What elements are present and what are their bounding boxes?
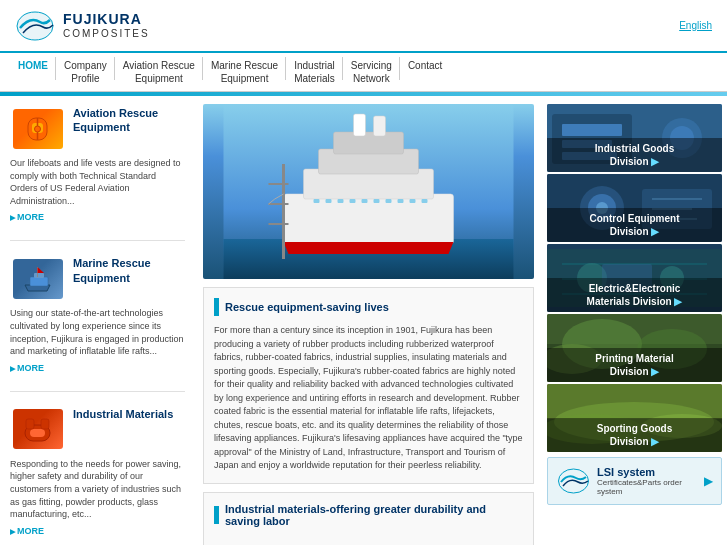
svg-rect-6 [34, 273, 44, 278]
panel-industrial-goods[interactable]: Industrial GoodsDivision ▶ [547, 104, 722, 172]
nav-marine-link[interactable]: Marine RescueEquipment [203, 53, 286, 91]
lsi-arrow: ▶ [704, 474, 713, 488]
rescue-section-title: Rescue equipment-saving lives [225, 301, 389, 313]
logo-composites: COMPOSITES [63, 28, 150, 39]
panel-sporting-overlay: Sporting GoodsDivision ▶ [547, 418, 722, 452]
industrial-section-title: Industrial materials-offering greater du… [225, 503, 523, 527]
svg-rect-26 [386, 199, 392, 203]
svg-rect-20 [314, 199, 320, 203]
svg-rect-19 [374, 116, 386, 136]
svg-rect-22 [338, 199, 344, 203]
svg-rect-28 [410, 199, 416, 203]
nav-home[interactable]: HOME [10, 53, 56, 91]
aviation-image [10, 106, 65, 151]
main-banner-image [203, 104, 534, 279]
panel-industrial-goods-title: Industrial GoodsDivision ▶ [553, 142, 716, 168]
svg-rect-10 [26, 419, 34, 429]
industrial-section: Industrial materials-offering greater du… [203, 492, 534, 546]
panel-arrow-5: ▶ [651, 436, 659, 447]
lsi-text: LSI system Certificates&Parts order syst… [597, 466, 698, 496]
nav-marine[interactable]: Marine RescueEquipment [203, 53, 286, 91]
panel-arrow-1: ▶ [651, 156, 659, 167]
lsi-subtitle: Certificates&Parts order system [597, 478, 698, 496]
nav-company-link[interactable]: CompanyProfile [56, 53, 115, 91]
product-marine-header: Marine Rescue Equipment [10, 256, 185, 301]
svg-rect-36 [562, 124, 622, 136]
lsi-title: LSI system [597, 466, 698, 478]
product-marine: Marine Rescue Equipment Using our state-… [10, 256, 185, 372]
industrial-desc: Responding to the needs for power saving… [10, 458, 185, 521]
logo-fujikura: FUJIKURA [63, 12, 150, 27]
rescue-section-text: For more than a century since its incept… [214, 324, 523, 473]
nav-aviation-link[interactable]: Aviation RescueEquipment [115, 53, 203, 91]
section-bar-2 [214, 506, 219, 524]
nav-aviation[interactable]: Aviation RescueEquipment [115, 53, 203, 91]
panel-control-equipment[interactable]: Control EquipmentDivision ▶ [547, 174, 722, 242]
svg-rect-14 [284, 194, 454, 244]
boat-img [13, 259, 63, 299]
marine-more[interactable]: MORE [10, 363, 185, 373]
logo-area: FUJIKURA COMPOSITES [15, 8, 150, 43]
panel-electric-overlay: Electric&ElectronicMaterials Division ▶ [547, 278, 722, 312]
marine-image [10, 256, 65, 301]
divider-2 [10, 391, 185, 392]
logo-icon [15, 8, 55, 43]
nav-contact[interactable]: Contact [400, 53, 450, 91]
svg-rect-9 [30, 429, 45, 437]
svg-rect-21 [326, 199, 332, 203]
rescue-section-header: Rescue equipment-saving lives [214, 298, 523, 316]
panel-printing-overlay: Printing MaterialDivision ▶ [547, 348, 722, 382]
svg-rect-24 [362, 199, 368, 203]
right-column: Industrial GoodsDivision ▶ Control Equ [542, 96, 727, 545]
lsi-logo [556, 466, 591, 496]
panel-arrow-3: ▶ [674, 296, 682, 307]
marine-title: Marine Rescue Equipment [73, 256, 185, 285]
nav-home-link[interactable]: HOME [10, 53, 56, 78]
panel-sporting[interactable]: Sporting GoodsDivision ▶ [547, 384, 722, 452]
svg-rect-11 [41, 419, 49, 429]
panel-control-equipment-overlay: Control EquipmentDivision ▶ [547, 208, 722, 242]
svg-rect-25 [374, 199, 380, 203]
divider-1 [10, 240, 185, 241]
industrial-more[interactable]: MORE [10, 526, 185, 536]
marine-desc: Using our state-of-the-art technologies … [10, 307, 185, 357]
header: FUJIKURA COMPOSITES English [0, 0, 727, 53]
lsi-panel[interactable]: LSI system Certificates&Parts order syst… [547, 457, 722, 505]
center-column: Rescue equipment-saving lives For more t… [195, 96, 542, 545]
svg-rect-23 [350, 199, 356, 203]
nav-servicing[interactable]: ServicingNetwork [343, 53, 400, 91]
aviation-title: Aviation Rescue Equipment [73, 106, 185, 135]
svg-rect-29 [422, 199, 428, 203]
panel-industrial-goods-overlay: Industrial GoodsDivision ▶ [547, 138, 722, 172]
nav-industrial-link[interactable]: IndustrialMaterials [286, 53, 343, 91]
lifevest-img [13, 109, 63, 149]
product-aviation: Aviation Rescue Equipment Our lifeboats … [10, 106, 185, 222]
panel-control-equipment-title: Control EquipmentDivision ▶ [553, 212, 716, 238]
panel-sporting-title: Sporting GoodsDivision ▶ [553, 422, 716, 448]
panel-printing-title: Printing MaterialDivision ▶ [553, 352, 716, 378]
industrial-img [13, 409, 63, 449]
product-industrial-header: Industrial Materials [10, 407, 185, 452]
industrial-title: Industrial Materials [73, 407, 173, 421]
aviation-more[interactable]: MORE [10, 212, 185, 222]
panel-electric-title: Electric&ElectronicMaterials Division ▶ [553, 282, 716, 308]
nav-industrial[interactable]: IndustrialMaterials [286, 53, 343, 91]
svg-rect-27 [398, 199, 404, 203]
left-column: Aviation Rescue Equipment Our lifeboats … [0, 96, 195, 545]
panel-arrow-2: ▶ [651, 226, 659, 237]
section-bar-1 [214, 298, 219, 316]
navigation: HOME CompanyProfile Aviation RescueEquip… [0, 53, 727, 92]
aviation-desc: Our lifeboats and life vests are designe… [10, 157, 185, 207]
main-content: Aviation Rescue Equipment Our lifeboats … [0, 96, 727, 545]
panel-printing[interactable]: Printing MaterialDivision ▶ [547, 314, 722, 382]
nav-contact-link[interactable]: Contact [400, 53, 450, 78]
industrial-section-header: Industrial materials-offering greater du… [214, 503, 523, 527]
logo-text: FUJIKURA COMPOSITES [63, 12, 150, 38]
nav-servicing-link[interactable]: ServicingNetwork [343, 53, 400, 91]
panel-arrow-4: ▶ [651, 366, 659, 377]
nav-company[interactable]: CompanyProfile [56, 53, 115, 91]
panel-electric[interactable]: Electric&ElectronicMaterials Division ▶ [547, 244, 722, 312]
industrial-image [10, 407, 65, 452]
svg-rect-17 [334, 132, 404, 154]
language-link[interactable]: English [679, 20, 712, 31]
